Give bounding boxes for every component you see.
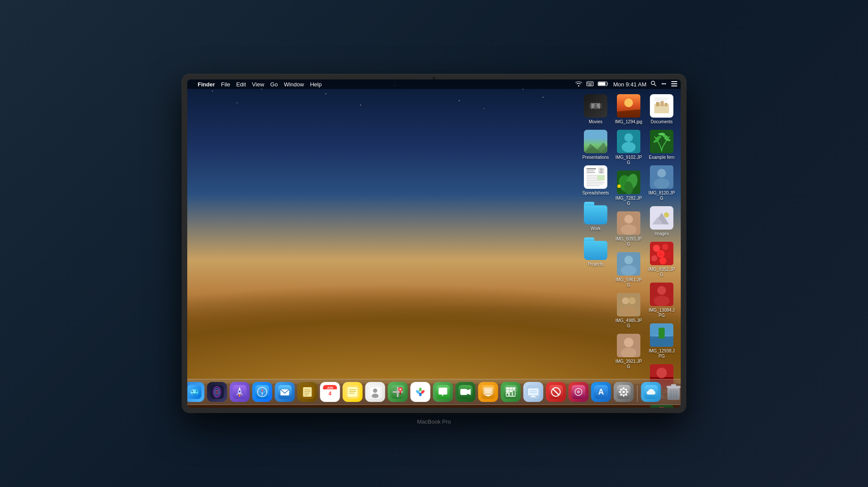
img-3921-icon[interactable]: IMG_3921.JPG [613, 332, 644, 371]
svg-point-38 [600, 171, 603, 173]
svg-point-67 [622, 297, 629, 304]
svg-rect-3 [590, 82, 591, 83]
img-3921-label: IMG_3921.JPG [615, 359, 643, 369]
svg-point-101 [660, 253, 661, 253]
dock-music[interactable] [569, 382, 589, 402]
img-1294-icon[interactable]: IMG_1294.jpg [613, 92, 644, 126]
dock-numbers[interactable] [501, 382, 521, 402]
dock-icloud[interactable] [641, 382, 661, 402]
dock-messages[interactable] [433, 382, 453, 402]
svg-point-64 [624, 256, 633, 264]
img-5961-icon[interactable]: IMG_5961.JPG [613, 250, 644, 290]
view-menu[interactable]: View [252, 81, 264, 88]
svg-point-37 [600, 168, 603, 171]
documents-icon[interactable]: Documents [646, 92, 677, 126]
images-label: Images [655, 231, 669, 237]
control-center-icon[interactable] [661, 81, 667, 88]
movies-icon[interactable]: Movies [580, 92, 611, 126]
finder-menu[interactable]: Finder [198, 81, 215, 88]
svg-point-103 [659, 254, 660, 255]
svg-point-14 [663, 83, 665, 84]
edit-menu[interactable]: Edit [236, 81, 246, 88]
svg-rect-39 [586, 168, 596, 169]
svg-point-15 [665, 83, 666, 84]
dock-system-prefs[interactable] [614, 382, 634, 402]
svg-rect-221 [619, 392, 621, 393]
dock-safari[interactable] [252, 382, 272, 402]
svg-rect-18 [671, 86, 677, 86]
dock-launchpad[interactable] [230, 382, 250, 402]
dock-maps[interactable] [388, 382, 408, 402]
svg-point-88 [657, 169, 666, 178]
dock-calendar[interactable]: JUN 4 [320, 382, 340, 402]
dock-donotdisturb[interactable] [546, 382, 566, 402]
desktop-col-images-left: IMG_1294.jpg IMG_9102.JPG [613, 92, 644, 408]
dock-keynote[interactable] [478, 382, 498, 402]
svg-point-102 [661, 254, 662, 255]
img-9102-icon[interactable]: IMG_9102.JPG [613, 128, 644, 167]
list-view-icon[interactable] [671, 81, 677, 88]
help-menu[interactable]: Help [310, 81, 322, 88]
svg-rect-47 [586, 184, 603, 184]
svg-point-218 [623, 391, 625, 393]
dock-presentation[interactable] [523, 382, 543, 402]
images-icon[interactable]: Images [646, 204, 677, 238]
svg-rect-187 [485, 388, 492, 394]
svg-rect-126 [210, 385, 224, 399]
svg-rect-21 [592, 102, 594, 103]
window-menu[interactable]: Window [284, 81, 304, 88]
desktop-icons-area: Movies [580, 92, 677, 408]
badge-dot [617, 184, 621, 188]
spreadsheets-label: Spreadsheets [582, 191, 609, 196]
svg-point-105 [657, 286, 666, 295]
file-menu[interactable]: File [221, 81, 230, 88]
projects-folder-icon[interactable]: Projects [580, 235, 611, 269]
svg-rect-182 [461, 389, 467, 395]
dock-contacts[interactable] [365, 382, 385, 402]
dock-facetime[interactable] [456, 382, 476, 402]
spotlight-icon[interactable] [651, 81, 656, 88]
svg-line-12 [655, 85, 656, 86]
svg-rect-46 [586, 182, 605, 183]
spreadsheets-icon[interactable]: Spreadsheets [580, 164, 611, 197]
img-8352-icon[interactable]: IMG_8352.JPG [646, 240, 677, 279]
example-fern-icon[interactable]: Example fern [646, 128, 677, 162]
dock-notes[interactable] [298, 382, 318, 402]
img-8120-icon[interactable]: IMG_8120.JPG [646, 164, 677, 203]
img-7282-icon[interactable]: IMG_7282.JPG [613, 169, 644, 208]
svg-point-132 [239, 391, 241, 392]
menubar: Finder File Edit View Go Window Help [187, 79, 681, 89]
svg-rect-75 [656, 102, 659, 106]
svg-rect-24 [600, 102, 602, 103]
img-8120-label: IMG_8120.JPG [648, 191, 676, 201]
dock-photos[interactable] [411, 382, 431, 402]
dock-siri[interactable] [207, 382, 227, 402]
img-6093-icon[interactable]: IMG_6093.JPG [613, 210, 644, 249]
svg-rect-109 [659, 328, 665, 339]
movies-label: Movies [589, 119, 603, 125]
dock-trash[interactable] [664, 382, 681, 402]
svg-point-169 [400, 388, 401, 390]
svg-rect-6 [589, 83, 591, 84]
keyboard-icon [586, 81, 593, 88]
presentations-icon[interactable]: Presentations [580, 128, 611, 162]
img-13084-icon[interactable]: IMG_13084.JPG [646, 281, 677, 320]
svg-rect-167 [393, 391, 403, 393]
dock-separator [637, 385, 638, 402]
img-7282-label: IMG_7282.JPG [615, 196, 643, 206]
dock-mail[interactable] [275, 382, 295, 402]
dock-finder[interactable] [187, 382, 205, 402]
dock-appstore[interactable]: A [591, 382, 611, 402]
svg-rect-48 [586, 185, 600, 186]
dock-stickies[interactable] [343, 382, 363, 402]
svg-rect-220 [623, 395, 624, 397]
desktop-col-images-right: Documents [646, 92, 677, 408]
work-folder-icon[interactable]: Work [580, 199, 611, 233]
img-4985-icon[interactable]: IMG_4985.JPG [613, 291, 644, 330]
svg-rect-10 [599, 82, 606, 85]
svg-point-164 [372, 394, 379, 398]
svg-rect-23 [597, 102, 599, 103]
svg-point-68 [629, 297, 636, 304]
go-menu[interactable]: Go [270, 81, 278, 88]
img-12938-icon[interactable]: IMG_12938.JPG [646, 322, 677, 361]
